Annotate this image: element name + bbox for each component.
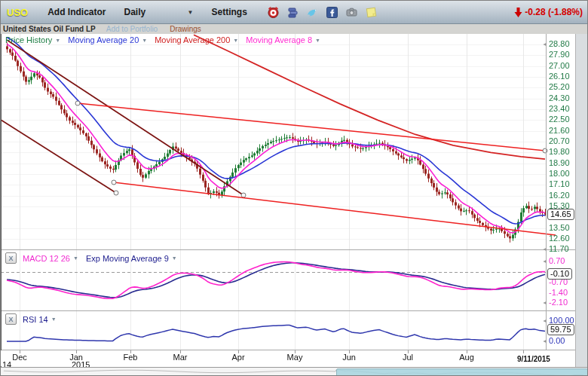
axis-extreme-arrow-icon: ◄	[542, 258, 547, 264]
axis-tick	[523, 350, 524, 353]
axis-label: 16.20	[549, 191, 570, 200]
macd-signal-title[interactable]: Exp Moving Average 9▼	[86, 254, 177, 263]
price-chart-canvas[interactable]	[1, 34, 575, 250]
timeframe-select[interactable]: Daily ▼	[124, 7, 194, 17]
axis-label: 18.00	[549, 169, 570, 178]
drawings-menu[interactable]: Drawings	[170, 25, 201, 33]
pane-divider	[1, 249, 575, 250]
chevron-down-icon: ▼	[51, 316, 57, 322]
chevron-down-icon: ▼	[55, 38, 60, 43]
axis-label: 13.50	[549, 223, 570, 232]
month-label: Apr	[223, 353, 253, 362]
down-arrow-icon	[514, 8, 522, 17]
axis-label: -1.40	[549, 288, 568, 297]
month-label: Mar	[165, 353, 195, 362]
axis-label: 24.30	[549, 93, 570, 102]
legend-ma200[interactable]: Moving Average 200▼	[155, 35, 238, 44]
axis-label: 23.40	[549, 104, 570, 113]
quote-change-text: -0.28 (-1.88%)	[525, 7, 583, 17]
axis-label: 21.60	[549, 126, 570, 135]
month-label: Jul	[393, 353, 423, 362]
axis-label: 28.80	[549, 39, 570, 48]
axis-label: 26.10	[549, 72, 570, 81]
rsi-header: X RSI 14▼	[5, 313, 64, 325]
instrument-name: United States Oil Fund LP	[3, 25, 96, 33]
month-label: May	[280, 353, 310, 362]
macd-value-box: -0.10	[547, 268, 572, 280]
macd-title[interactable]: MACD 12 26▼	[23, 254, 78, 263]
toolbar: USO Add Indicator Daily ▼ Settings	[1, 1, 587, 24]
axis-label: 0.00	[549, 336, 565, 345]
close-icon[interactable]: X	[5, 313, 17, 325]
legend-ma8[interactable]: Moving Average 8▼	[246, 35, 320, 44]
toolbar-icon-group	[267, 6, 378, 19]
subtitle-bar: United States Oil Fund LP Add to Portfol…	[1, 24, 587, 35]
x-axis: Dec14Jan2015FebMarAprMayJunJulAug9/11/20…	[1, 350, 575, 366]
alerts-icon[interactable]	[267, 6, 280, 19]
axis-extreme-arrow-icon: ◄	[542, 41, 547, 47]
pane-divider	[1, 310, 575, 311]
axis-label: -2.10	[549, 298, 568, 307]
end-date-label: 9/11/2015	[517, 355, 550, 363]
add-to-portfolio-link[interactable]: Add to Portfolio	[106, 25, 158, 33]
chevron-down-icon: ▼	[73, 255, 78, 261]
axis-label: 19.80	[549, 147, 570, 156]
twitter-icon[interactable]	[306, 6, 319, 19]
axis-label: 27.90	[549, 50, 570, 59]
symbol-label: USO	[7, 7, 28, 18]
month-label: Jun	[334, 353, 364, 362]
axis-extreme-arrow-icon: ◄	[542, 318, 547, 323]
facebook-icon[interactable]	[326, 6, 338, 19]
axis-extreme-arrow-icon: ◄	[542, 300, 547, 305]
chevron-down-icon: ▼	[233, 38, 238, 43]
axis-label: 25.20	[549, 82, 570, 91]
note-icon[interactable]	[365, 6, 378, 19]
axis-label: 0.70	[549, 256, 565, 265]
quote-change: -0.28 (-1.88%)	[514, 7, 583, 17]
chevron-down-icon: ▼	[142, 38, 147, 43]
blocks-icon[interactable]	[286, 6, 299, 19]
axis-extreme-arrow-icon: ◄	[542, 246, 547, 252]
axis-label: 27.00	[549, 61, 570, 70]
settings-button[interactable]: Settings	[212, 7, 247, 17]
axis-label: 12.60	[549, 234, 570, 243]
axis-extreme-arrow-icon: ◄	[542, 338, 547, 344]
month-label: Aug	[452, 353, 482, 362]
scrollbar-thumb[interactable]	[336, 368, 588, 376]
legend-price-history[interactable]: Price History▼	[5, 35, 60, 44]
axis-label: 17.10	[549, 179, 570, 188]
close-icon[interactable]: X	[5, 252, 17, 264]
last-price-box: 14.65	[547, 209, 574, 220]
month-label: Feb	[115, 353, 145, 362]
rsi-title[interactable]: RSI 14▼	[23, 315, 57, 324]
plot-left-border	[1, 34, 2, 367]
rsi-value-box: 59.75	[547, 324, 574, 335]
right-scroll-strip	[575, 34, 588, 367]
chart-scrollbar[interactable]	[1, 367, 587, 376]
chevron-down-icon: ▼	[188, 9, 194, 16]
timeframe-value: Daily	[124, 7, 146, 17]
charting-app-window: USO Add Indicator Daily ▼ Settings	[0, 0, 588, 376]
add-indicator-button[interactable]: Add Indicator	[47, 7, 106, 17]
price-legend: Price History▼ Moving Average 20▼ Moving…	[5, 35, 328, 44]
chevron-down-icon: ▼	[172, 255, 177, 261]
chart-region: Price History▼ Moving Average 20▼ Moving…	[1, 34, 587, 375]
macd-header: X MACD 12 26▼ Exp Moving Average 9▼	[5, 252, 185, 264]
axis-label: 22.50	[549, 115, 570, 124]
camera-icon[interactable]	[345, 6, 358, 19]
axis-label: 20.70	[549, 136, 570, 145]
rsi-chart-canvas[interactable]	[1, 310, 575, 350]
chevron-down-icon: ▼	[315, 38, 320, 43]
axis-label: 11.70	[549, 244, 569, 253]
axis-label: 18.90	[549, 158, 570, 167]
legend-ma20[interactable]: Moving Average 20▼	[68, 35, 147, 44]
